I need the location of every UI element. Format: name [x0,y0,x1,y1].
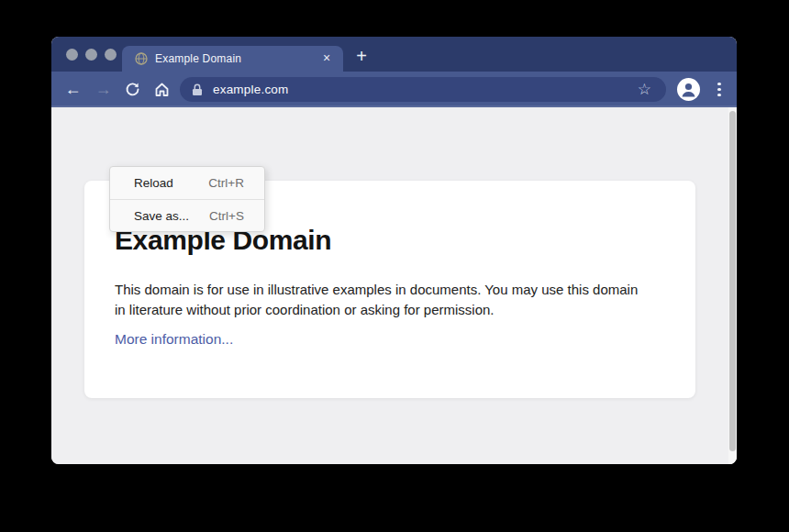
person-icon [677,78,700,101]
tab-close-icon[interactable]: × [319,51,334,66]
window-zoom-button[interactable] [105,49,117,61]
overflow-dot [717,83,721,86]
reload-icon[interactable] [123,80,142,99]
tab-strip: Example Domain × + [51,37,737,72]
menu-item-shortcut: Ctrl+R [208,176,244,190]
address-bar[interactable]: example.com ☆ [180,77,666,102]
back-icon[interactable]: ← [63,80,83,99]
home-icon[interactable] [152,80,172,99]
overflow-dot [717,88,721,92]
bookmark-star-icon[interactable]: ☆ [638,82,651,97]
new-tab-button[interactable]: + [350,46,372,68]
address-url-text[interactable]: example.com [213,83,638,96]
forward-icon[interactable]: → [94,80,113,99]
window-minimize-button[interactable] [85,49,97,61]
menu-item-label: Reload [134,176,173,190]
page-viewport: Example Domain This domain is for use in… [51,107,737,464]
more-information-link[interactable]: More information... [115,331,233,348]
menu-item-shortcut: Ctrl+S [209,209,244,223]
scrollbar-track[interactable] [728,107,737,464]
tab-title: Example Domain [155,52,319,65]
context-menu: Reload Ctrl+R Save as... Ctrl+S [109,166,265,232]
menu-item-label: Save as... [134,209,189,223]
profile-avatar[interactable] [677,78,700,101]
overflow-dot [717,94,721,97]
browser-toolbar: ← → example.com ☆ [51,72,737,107]
page-paragraph: This domain is for use in illustrative e… [115,280,651,320]
lock-icon [192,83,203,96]
favicon-globe-icon [135,52,148,65]
overflow-menu-icon[interactable] [714,80,725,99]
browser-tab[interactable]: Example Domain × [122,46,343,72]
window-close-button[interactable] [66,49,78,61]
screenshot-stage: Example Domain × + ← → [0,0,789,532]
context-menu-item-save-as[interactable]: Save as... Ctrl+S [110,199,264,231]
window-controls [66,49,117,61]
scrollbar-thumb[interactable] [729,111,736,451]
browser-window: Example Domain × + ← → [51,37,737,464]
context-menu-item-reload[interactable]: Reload Ctrl+R [110,167,264,199]
